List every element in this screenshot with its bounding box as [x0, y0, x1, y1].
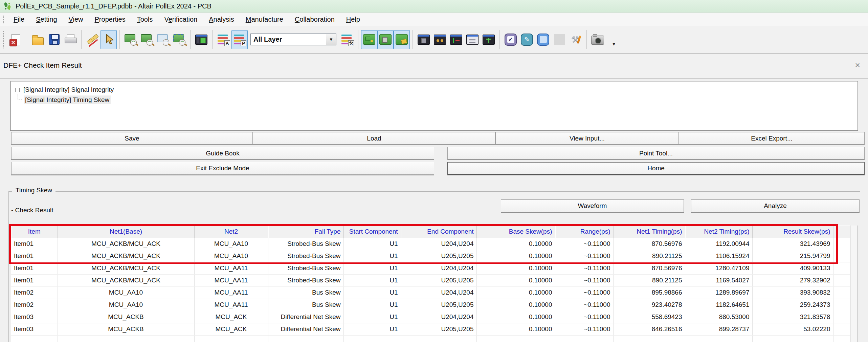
print-icon[interactable]	[62, 30, 79, 49]
menu-properties[interactable]: Properties	[89, 14, 131, 25]
table-cell: Item01	[11, 262, 58, 274]
table-cell: MCU_AA11	[194, 286, 268, 299]
settings-tools-icon[interactable]: ⚒	[567, 30, 584, 49]
save-icon[interactable]	[46, 30, 62, 49]
save-button[interactable]: Save	[11, 132, 253, 145]
menu-setting[interactable]: Setting	[30, 14, 63, 25]
layer-pattern-icon[interactable]: P	[231, 30, 248, 49]
column-header[interactable]: Net2 Timing(ps)	[685, 226, 752, 238]
select-cursor-icon[interactable]	[101, 30, 117, 49]
menu-collaboration[interactable]: Collaboration	[289, 14, 340, 25]
close-document-icon[interactable]: ✕	[8, 30, 24, 49]
zoom-out-icon[interactable]: −	[139, 30, 155, 49]
home-button[interactable]: Home	[447, 162, 865, 175]
table-cell: ~0.11000	[555, 323, 613, 335]
column-header[interactable]: End Component	[401, 226, 476, 238]
layer-config-icon[interactable]: ⚒	[339, 30, 355, 49]
table-row[interactable]: Item02MCU_AA10MCU_AA11Bus SkewU1U204,U20…	[11, 286, 850, 299]
table-header-row: ItemNet1(Base)Net2Fail TypeStart Compone…	[11, 226, 850, 238]
menu-file[interactable]: File	[8, 14, 30, 25]
table-row[interactable]: Item03MCU_ACKBMCU_ACKDifferential Net Sk…	[11, 323, 850, 335]
column-header[interactable]: Net1(Base)	[58, 226, 194, 238]
load-button[interactable]: Load	[253, 132, 495, 145]
column-header[interactable]: Range(ps)	[555, 226, 613, 238]
layer-combobox[interactable]: All Layer▼	[250, 34, 336, 45]
table-cell: U1	[343, 274, 401, 286]
window-tool-icon[interactable]	[535, 30, 551, 49]
chevron-down-icon[interactable]: ▼	[326, 34, 336, 45]
toolbar-separator	[413, 30, 413, 49]
net-window-icon[interactable]	[481, 30, 497, 49]
table-row[interactable]: Item01MCU_ACKB/MCU_ACKMCU_AA10Strobed-Bu…	[11, 238, 850, 250]
table-cell: 215.94799	[752, 250, 833, 262]
pollex-app-icon	[3, 2, 12, 10]
menu-tools[interactable]: Tools	[131, 14, 159, 25]
view-input-button[interactable]: View Input...	[495, 132, 679, 145]
table-row[interactable]: Item02MCU_AA10MCU_AA11Bus SkewU1U205,U20…	[11, 299, 850, 311]
tree-item-timing-skew[interactable]: [Signal Integrity] Timing Skew	[18, 95, 858, 105]
origin-window-icon[interactable]	[448, 30, 464, 49]
component-window-icon[interactable]	[416, 30, 432, 49]
column-header[interactable]: Net2	[194, 226, 268, 238]
menu-manufacture[interactable]: Manufacture	[240, 14, 289, 25]
guide-book-button[interactable]: Guide Book	[11, 147, 434, 159]
measure-icon[interactable]	[84, 30, 101, 49]
board-top-icon[interactable]	[361, 30, 377, 49]
menu-view[interactable]: View	[63, 14, 89, 25]
board-view-icon[interactable]	[193, 30, 209, 49]
column-header[interactable]: Base Skew(ps)	[476, 226, 555, 238]
toolbar-gripper-icon[interactable]	[3, 31, 4, 48]
menu-analysis[interactable]: Analysis	[203, 14, 240, 25]
camera-icon[interactable]	[589, 30, 606, 49]
table-cell: 409.90133	[752, 262, 833, 274]
waveform-button[interactable]: Waveform	[501, 199, 684, 212]
pad-window-icon[interactable]	[432, 30, 448, 49]
layer-auto-icon[interactable]: A	[215, 30, 231, 49]
open-folder-icon[interactable]	[30, 30, 46, 49]
zoom-fit-icon[interactable]	[171, 30, 187, 49]
column-header[interactable]: Start Component	[343, 226, 401, 238]
zoom-in-icon[interactable]: +	[123, 30, 139, 49]
zoom-window-icon[interactable]	[155, 30, 171, 49]
column-header[interactable]: Item	[11, 226, 58, 238]
board-bottom-icon[interactable]	[377, 30, 394, 49]
table-row[interactable]: Item01MCU_ACKB/MCU_ACKMCU_AA10Strobed-Bu…	[11, 250, 850, 262]
table-cell: MCU_ACKB/MCU_ACK	[58, 274, 194, 286]
table-row[interactable]: Item01MCU_ACKB/MCU_ACKMCU_AA11Strobed-Bu…	[11, 274, 850, 286]
menubar-gripper-icon[interactable]	[3, 15, 4, 24]
edit-tool-icon[interactable]: ✎	[519, 30, 535, 49]
table-cell: 899.28737	[685, 323, 752, 335]
column-header[interactable]: Result Skew(ps)	[752, 226, 833, 238]
tree-item-signal-integrity[interactable]: [Signal Integrity] Signal Integrity	[15, 85, 858, 95]
table-cell: 0.10000	[476, 311, 555, 323]
excel-export-button[interactable]: Excel Export...	[679, 132, 865, 145]
menu-help[interactable]: Help	[340, 14, 366, 25]
table-cell: 923.40278	[613, 299, 685, 311]
exit-exclude-mode-button[interactable]: Exit Exclude Mode	[11, 162, 434, 175]
analyze-button[interactable]: Analyze	[691, 199, 860, 212]
toolbar-separator	[212, 30, 213, 49]
point-tool-button[interactable]: Point Tool...	[447, 147, 865, 159]
table-cell-filler	[833, 250, 850, 262]
menu-verification[interactable]: Verification	[158, 14, 203, 25]
table-cell: MCU_ACK	[194, 311, 268, 323]
list-scrollbar-track[interactable]	[850, 226, 858, 342]
table-cell: 0.10000	[476, 299, 555, 311]
column-header[interactable]: Fail Type	[268, 226, 343, 238]
check-item-tree: [Signal Integrity] Signal Integrity [Sig…	[10, 81, 858, 131]
table-row[interactable]: Item01MCU_ACKB/MCU_ACKMCU_AA11Strobed-Bu…	[11, 262, 850, 274]
table-row[interactable]: Item03MCU_ACKBMCU_ACKDifferential Net Sk…	[11, 311, 850, 323]
table-cell: 1289.89697	[685, 286, 752, 299]
disabled-tool-icon[interactable]	[551, 30, 567, 49]
table-cell: Differential Net Skew	[268, 311, 343, 323]
list-window-icon[interactable]	[464, 30, 481, 49]
close-icon[interactable]: ×	[852, 60, 863, 70]
check-tool-icon[interactable]: ✓	[503, 30, 519, 49]
table-cell: MCU_AA10	[194, 238, 268, 250]
table-cell: MCU_ACKB	[58, 311, 194, 323]
collapse-expander-icon[interactable]	[15, 88, 20, 92]
board-color-icon[interactable]	[394, 30, 410, 49]
table-cell: 0.10000	[476, 262, 555, 274]
column-header[interactable]: Net1 Timing(ps)	[613, 226, 685, 238]
toolbar-overflow-icon[interactable]: ▾	[606, 30, 622, 49]
